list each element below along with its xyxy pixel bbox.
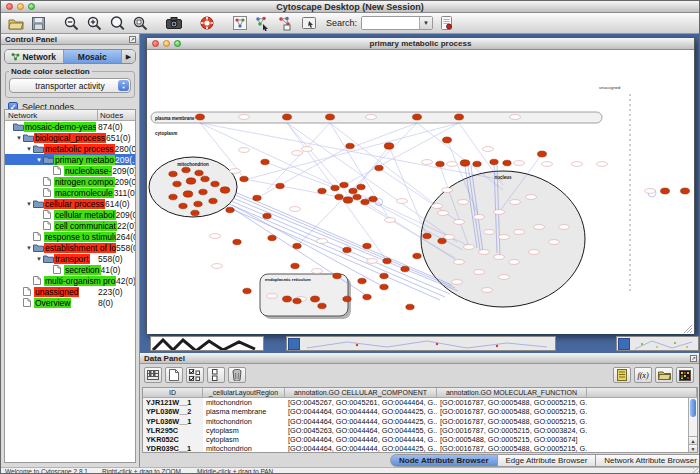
tree-node-label: macromolecule <box>54 188 114 198</box>
tabs-overflow-arrow[interactable]: ▶ <box>122 50 135 63</box>
canvas-resize-grip[interactable] <box>684 325 692 333</box>
zoom-selected-icon[interactable] <box>131 15 150 32</box>
zoom-in-icon[interactable] <box>85 15 104 32</box>
matrix-icon[interactable] <box>676 367 694 383</box>
scroll-down-icon[interactable]: ▼ <box>689 444 697 452</box>
open-icon[interactable] <box>6 15 25 32</box>
background-window-overview[interactable] <box>150 336 264 351</box>
search-config-icon[interactable] <box>437 15 456 32</box>
tree-row[interactable]: ▼ metabolic process 280(0) <box>5 143 135 154</box>
main-titlebar[interactable]: Cytoscape Desktop (New Session) <box>1 1 699 13</box>
background-window-3[interactable] <box>616 336 699 351</box>
table-row[interactable]: YLR295C cytoplasm [GO:0045263, GO:004446… <box>143 426 697 435</box>
select-attributes-icon[interactable] <box>186 367 204 383</box>
expand-arrow-icon[interactable]: ▼ <box>25 245 33 251</box>
tree-row[interactable]: ▼ transport 558(0) <box>5 253 135 264</box>
layout-nodes-icon[interactable] <box>253 15 272 32</box>
help-icon[interactable] <box>197 15 216 32</box>
search-dropdown-icon[interactable]: ▼ <box>419 17 432 29</box>
expand-arrow-icon[interactable]: ▼ <box>15 135 23 141</box>
table-row[interactable]: YDR039C__1 mitochondrion [GO:0044464, GO… <box>143 444 697 453</box>
tree-row[interactable]: Overview 8(0) <box>5 297 135 308</box>
close-button[interactable] <box>6 3 13 10</box>
tree-row[interactable]: mosaic-demo-yeast 874(0) <box>5 121 135 132</box>
tree-row[interactable]: ▼ biological_process 651(0) <box>5 132 135 143</box>
tree-node-count: 209(... <box>115 155 135 165</box>
import-attributes-icon[interactable] <box>655 367 673 383</box>
network-canvas[interactable]: plasma membrane cytoplasm mitochondrion … <box>147 50 694 334</box>
table-row[interactable]: YJR121W__1 mitochondrion [GO:0045267, GO… <box>143 398 697 407</box>
table-mode-icon[interactable] <box>144 367 162 383</box>
cell-region: cytoplasm <box>203 435 285 444</box>
tree-col-nodes[interactable]: Nodes <box>97 110 135 120</box>
cell-molecular-function: [GO:0016787, GO:0005488, GO:0005215, G..… <box>437 444 587 453</box>
tree-node-icon <box>43 254 54 263</box>
col-cellular-component[interactable]: annotation.GO CELLULAR_COMPONENT <box>285 388 437 397</box>
zoom-button[interactable] <box>174 40 181 47</box>
tree-row[interactable]: cell communicat 22(0) <box>5 220 135 231</box>
tree-row[interactable]: cellular metabol 209(0) <box>5 209 135 220</box>
tree-row[interactable]: macromolecule 311(0) <box>5 187 135 198</box>
float-panel-icon[interactable]: ↗ <box>129 36 136 43</box>
tree-node-label: nucleobase- <box>64 166 112 176</box>
minimize-button[interactable] <box>17 3 24 10</box>
tree-node-count: 874(0) <box>98 122 134 132</box>
svg-text:mitochondrion: mitochondrion <box>177 162 209 167</box>
scrollbar-thumb[interactable] <box>690 399 696 417</box>
tree-row[interactable]: response to stimulu 264(0) <box>5 231 135 242</box>
save-icon[interactable] <box>29 15 48 32</box>
tab-node-attribute-browser[interactable]: Node Attribute Browser <box>390 454 498 467</box>
float-panel-icon[interactable]: ↗ <box>690 355 697 362</box>
delete-attribute-icon[interactable] <box>228 367 246 383</box>
tree-row[interactable]: nucleobase- 209(0) <box>5 165 135 176</box>
function-builder-icon[interactable]: f(x) <box>634 367 652 383</box>
layout-edges-icon[interactable] <box>276 15 295 32</box>
table-row[interactable]: YPL036W__2 plasma membrane [GO:0044464, … <box>143 407 697 416</box>
tab-network[interactable]: Network <box>5 50 64 63</box>
tree-row[interactable]: ▼ primary metabo 209(... <box>5 154 135 165</box>
table-scrollbar[interactable]: ▲ ▼ <box>688 398 697 452</box>
tree-row[interactable]: unassigned 223(0) <box>5 286 135 297</box>
tree-row[interactable]: ▼ cellular process 614(0) <box>5 198 135 209</box>
network-window-titlebar[interactable]: primary metabolic process <box>147 38 694 50</box>
zoom-fit-icon[interactable] <box>108 15 127 32</box>
expand-arrow-icon[interactable]: ▼ <box>35 256 43 262</box>
new-attribute-icon[interactable] <box>165 367 183 383</box>
tab-mosaic[interactable]: Mosaic <box>64 50 123 63</box>
cell-id: YLR295C <box>143 426 203 435</box>
tree-row[interactable]: multi-organism pro 42(0) <box>5 275 135 286</box>
expand-arrow-icon[interactable]: ▼ <box>25 146 33 152</box>
tree-indent <box>5 247 25 248</box>
snapshot-icon[interactable] <box>164 15 183 32</box>
zoom-button[interactable] <box>28 3 35 10</box>
background-window-2[interactable] <box>286 336 556 351</box>
close-button[interactable] <box>152 40 159 47</box>
network-view-window[interactable]: primary metabolic process plasma membran… <box>146 37 695 334</box>
table-row[interactable]: YPL036W__1 mitochondrion [GO:0044464, GO… <box>143 417 697 426</box>
tree-row[interactable]: nitrogen compo 209(0) <box>5 176 135 187</box>
window-resize-grip[interactable] <box>693 468 700 474</box>
scroll-up-icon[interactable]: ▲ <box>689 436 697 444</box>
vizmapper-icon[interactable] <box>299 15 318 32</box>
attribute-list-icon[interactable] <box>613 367 631 383</box>
node-color-dropdown[interactable]: transporter activity ▲▼ <box>9 78 131 93</box>
network-overview-icon[interactable] <box>230 15 249 32</box>
expand-arrow-icon[interactable]: ▼ <box>25 201 33 207</box>
tab-network-attribute-browser[interactable]: Network Attribute Browser <box>596 454 700 467</box>
table-row[interactable]: YKR052C cytoplasm [GO:0044464, GO:004444… <box>143 435 697 444</box>
minimize-button[interactable] <box>163 40 170 47</box>
col-filler <box>587 388 697 397</box>
col-id[interactable]: ID <box>143 388 203 397</box>
search-input[interactable] <box>362 17 418 29</box>
tree-node-count: 42(0) <box>116 276 135 286</box>
tree-row[interactable]: ▼ establishment of lo 558(0) <box>5 242 135 253</box>
tab-edge-attribute-browser[interactable]: Edge Attribute Browser <box>498 454 597 467</box>
col-region[interactable]: _cellularLayoutRegion <box>203 388 285 397</box>
tree-row[interactable]: secretion 41(0) <box>5 264 135 275</box>
unselect-attributes-icon[interactable] <box>207 367 225 383</box>
tree-node-icon <box>43 188 54 197</box>
col-molecular-function[interactable]: annotation.GO MOLECULAR_FUNCTION <box>437 388 587 397</box>
expand-arrow-icon[interactable]: ▼ <box>35 157 43 163</box>
tree-col-network[interactable]: Network <box>5 110 97 120</box>
zoom-out-icon[interactable] <box>62 15 81 32</box>
